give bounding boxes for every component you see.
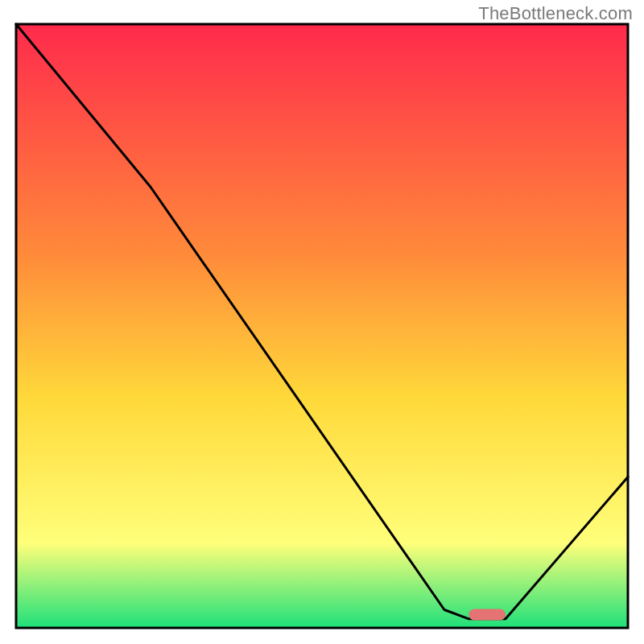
plot-area [16, 24, 628, 628]
watermark-text: TheBottleneck.com [478, 3, 633, 24]
chart-svg [0, 0, 644, 644]
gradient-background [16, 24, 628, 628]
chart-container: TheBottleneck.com [0, 0, 644, 644]
optimal-range-marker [469, 609, 506, 621]
